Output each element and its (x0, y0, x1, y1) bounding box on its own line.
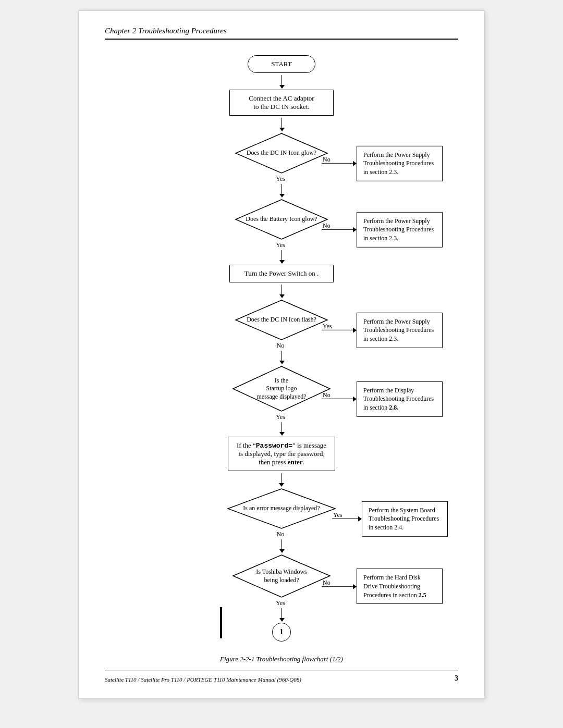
decision1-diamond: Does the DC IN Icon glow? (235, 132, 328, 174)
arrow-start-to-step1 (282, 75, 282, 85)
arrow-d1-no-line: No (322, 163, 353, 164)
step3-block: If the “Password=” is message is display… (228, 437, 335, 484)
decision5-yes-side: Yes Perform the System Board Troubleshoo… (332, 501, 448, 536)
decision6-sidebox: Perform the Hard Disk Drive Troubleshoot… (357, 569, 443, 604)
decision4-yes-label: Yes (276, 413, 285, 421)
decision4-sidebox: Perform the Display Troubleshooting Proc… (357, 381, 443, 416)
arrow-d2-yes (282, 250, 282, 261)
decision5-diamond: Is an error message displayed? (227, 488, 336, 529)
decision2-yes-label: Yes (276, 241, 285, 249)
arrow-head3 (353, 328, 357, 333)
decision5-row: Is an error message displayed? No Yes Pe… (105, 488, 458, 550)
decision2-row: Does the Battery Icon glow? Yes No Perfo… (105, 199, 458, 261)
circle-1: 1 (272, 623, 291, 641)
decision6-no-side: No Perform the Hard Disk Drive Troublesh… (322, 569, 443, 604)
step2-label: Turn the Power Switch on . (244, 269, 319, 277)
arrow-head4 (353, 397, 357, 402)
decision2-diamond: Does the Battery Icon glow? (235, 199, 328, 240)
decision3-sidebox: Perform the Power Supply Troubleshooting… (357, 312, 443, 348)
chapter-title: Chapter 2 Troubleshooting Procedures (105, 27, 227, 35)
decision1-row: Does the DC IN Icon glow? Yes No Perform… (105, 132, 458, 194)
decision6-yes-label: Yes (276, 599, 285, 607)
left-bar-indicator (220, 607, 222, 638)
arrow-d6-no-line: No (322, 586, 353, 586)
arrow-head (353, 161, 357, 166)
step3-process: If the “Password=” is message is display… (228, 437, 335, 471)
arrow-d4-no-line: No (322, 399, 353, 399)
step1-process: Connect the AC adaptorto the DC IN socke… (229, 90, 334, 116)
decision6-no-label: No (323, 578, 331, 586)
page-footer: Satellite T110 / Satellite Pro T110 / PO… (105, 671, 458, 683)
decision5-sidebox: Perform the System Board Troubleshooting… (362, 501, 448, 536)
decision1-yes-label: Yes (276, 175, 285, 183)
decision6-row: Is Toshiba Windowsbeing loaded? Yes No P… (105, 554, 458, 619)
decision3-diamond: Does the DC IN Icon flash? (235, 299, 328, 341)
arrow-d6-yes (282, 608, 282, 619)
decision2-no-side: No Perform the Power Supply Troubleshoot… (322, 212, 443, 247)
arrow-head5 (358, 516, 362, 522)
arrow-d5-yes-line: Yes (332, 519, 358, 519)
arrow-d1-yes (282, 184, 282, 194)
decision4-no-label: No (323, 391, 331, 399)
arrow-head2 (353, 227, 357, 232)
decision6-text: Is Toshiba Windowsbeing loaded? (244, 566, 319, 586)
arrow-d3-no (282, 351, 282, 361)
decision6-diamond: Is Toshiba Windowsbeing loaded? (232, 554, 331, 598)
decision1-sidebox: Perform the Power Supply Troubleshooting… (357, 145, 443, 181)
footer-left-text: Satellite T110 / Satellite Pro T110 / PO… (105, 676, 301, 683)
arrow-step2-to-d3 (282, 285, 282, 295)
start-terminal: START (248, 55, 315, 73)
start-block: START (248, 55, 315, 85)
flowchart: START Connect the AC adaptorto the DC IN… (105, 50, 458, 647)
decision3-yes-side: Yes Perform the Power Supply Troubleshoo… (322, 312, 443, 348)
step1-label: Connect the AC adaptorto the DC IN socke… (249, 94, 314, 110)
arrow-d3-yes-line: Yes (322, 330, 353, 330)
step2-block: Turn the Power Switch on . (229, 265, 334, 295)
decision2-sidebox: Perform the Power Supply Troubleshooting… (357, 212, 443, 247)
arrow-step3-to-d5 (281, 473, 282, 484)
page: Chapter 2 Troubleshooting Procedures STA… (78, 10, 485, 699)
decision5-text: Is an error message displayed? (232, 502, 330, 515)
arrow-step1-to-d1 (282, 118, 282, 128)
decision4-row: Is theStartup logomessage displayed? Yes… (105, 365, 458, 433)
decision2-text: Does the Battery Icon glow? (235, 213, 327, 226)
footer-page-number: 3 (455, 674, 458, 683)
step2-process: Turn the Power Switch on . (229, 265, 334, 282)
decision1-text: Does the DC IN Icon glow? (236, 147, 327, 159)
decision5-yes-label: Yes (333, 511, 342, 519)
decision3-text: Does the DC IN Icon flash? (236, 314, 327, 326)
decision4-diamond: Is theStartup logomessage displayed? (232, 365, 331, 412)
decision1-no-side: No Perform the Power Supply Troubleshoot… (322, 145, 443, 181)
figure-caption: Figure 2-2-1 Troubleshooting flowchart (… (105, 655, 458, 663)
decision5-no-label: No (277, 530, 285, 538)
arrow-head6 (353, 584, 357, 589)
decision4-no-side: No Perform the Display Troubleshooting P… (322, 381, 443, 416)
arrow-d4-yes (282, 422, 282, 433)
decision4-text: Is theStartup logomessage displayed? (244, 375, 319, 403)
decision3-row: Does the DC IN Icon flash? No Yes Perfor… (105, 299, 458, 361)
arrow-d5-no (282, 539, 282, 550)
decision3-no-label: No (277, 342, 285, 350)
arrow-d2-no-line: No (322, 229, 353, 230)
circle-connector-row: 1 (272, 623, 291, 641)
step1-block: Connect the AC adaptorto the DC IN socke… (229, 90, 334, 128)
page-header: Chapter 2 Troubleshooting Procedures (105, 27, 458, 40)
